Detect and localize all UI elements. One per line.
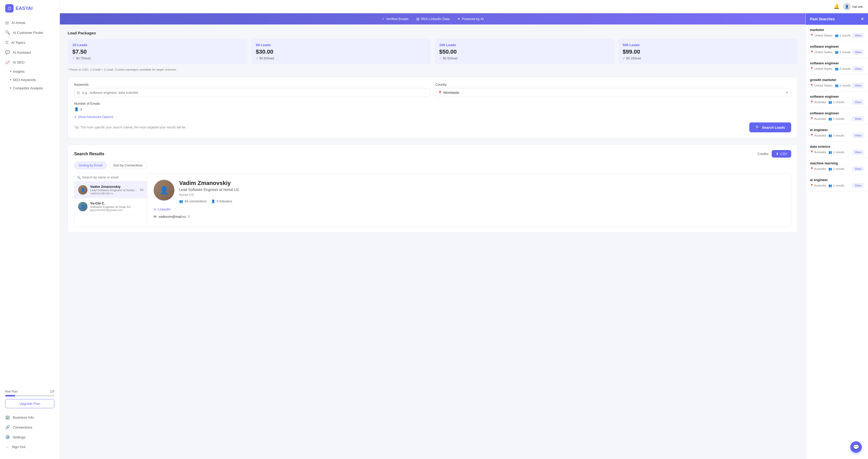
package-price: $7.50: [72, 49, 243, 55]
package-10[interactable]: 10 Leads $7.50 ✓ $0.75/lead: [68, 39, 248, 64]
check-icon: ✓: [256, 57, 258, 60]
past-search-view-button[interactable]: View: [852, 50, 864, 55]
download-icon: ⬇: [776, 152, 779, 156]
nav-label: Business Info: [13, 415, 34, 420]
main: 🔔 👤 hal are ✓ Verified Emails ▤ Rich Lin…: [60, 0, 868, 459]
lead-title-1: Lead Software Engineer at Nortal US: [90, 189, 137, 192]
linkedin-link[interactable]: in LinkedIn: [154, 207, 170, 211]
nav-sub-insights[interactable]: Insights: [0, 67, 60, 76]
search-btn-label: Search Leads: [762, 125, 785, 130]
search-icon: 🔍: [755, 125, 760, 130]
nav-item-ai-article[interactable]: ▤ AI Article: [0, 18, 60, 28]
lead-item-1[interactable]: 👤 Vadim Zmanovskiy Lead Software Enginee…: [74, 181, 147, 198]
emails-label: Number of Emails: [74, 102, 791, 106]
past-search-query: ai engineer: [810, 128, 864, 132]
nav-item-ai-seo[interactable]: 📈 AI SEO: [0, 57, 60, 67]
past-search-item-4: software engineer 📍 Australia 👥 1 result…: [806, 91, 868, 108]
lead-item-2[interactable]: 👤 Yu-Chi C. Software Engineer at Snap In…: [74, 198, 147, 215]
link-icon: 🔗: [5, 425, 10, 430]
past-search-info: 📍 United States 👥 1 results: [810, 50, 851, 54]
keywords-input[interactable]: [74, 88, 430, 97]
past-search-view-button[interactable]: View: [852, 83, 864, 88]
copy-icon[interactable]: ⧉: [188, 214, 190, 219]
country-label: Country: [435, 83, 791, 86]
past-search-item-7: data science 📍 Australia 👥 1 results Vie…: [806, 141, 868, 158]
sort-by-connections-tab[interactable]: Sort by Connections: [109, 162, 147, 169]
package-50[interactable]: 50 Leads $30.00 ✓ $0.60/lead: [251, 39, 431, 64]
ai-article-icon: ▤: [5, 20, 9, 25]
past-search-view-button[interactable]: View: [852, 66, 864, 71]
past-search-item-6: ai engineer 📍 Australia 👥 1 results View: [806, 125, 868, 141]
detail-followers: 👤 0 followers: [211, 199, 232, 203]
content-area: ✓ Verified Emails ▤ Rich LinkedIn Data ✦…: [60, 13, 868, 459]
package-name: 50 Leads: [256, 43, 427, 47]
package-100[interactable]: 100 Leads $50.00 ✓ $0.50/lead: [435, 39, 614, 64]
past-search-view-button[interactable]: View: [852, 116, 864, 121]
user-avatar: 👤: [843, 3, 851, 10]
detail-connections: 👥 84 connections: [179, 199, 207, 203]
package-name: 500 Leads: [623, 43, 793, 47]
package-per: ✓ $0.19/lead: [623, 57, 793, 60]
nav-label: Settings: [13, 435, 26, 439]
notification-icon[interactable]: 🔔: [834, 4, 839, 9]
sub-label: Competitor Analysis: [13, 86, 43, 90]
lead-avatar-1: 👤: [78, 185, 88, 195]
logo[interactable]: ⬡ EASYAI: [0, 4, 60, 18]
credits-area: Credits: ⬇ CSV: [757, 150, 792, 157]
upgrade-button[interactable]: Upgrade Plan: [5, 399, 54, 408]
location-icon: 📍: [438, 91, 442, 94]
package-price: $50.00: [439, 49, 610, 55]
past-search-view-button[interactable]: View: [852, 99, 864, 105]
csv-button[interactable]: ⬇ CSV: [772, 150, 791, 157]
past-search-results: 👥 2 results: [835, 67, 851, 70]
nav-item-sign-out[interactable]: → Sign Out: [0, 442, 60, 452]
keywords-group: Keywords ▤: [74, 83, 430, 97]
past-search-query: machine learning: [810, 161, 864, 165]
chat-button[interactable]: 💬: [850, 441, 862, 453]
past-search-results: 👥 1 results: [829, 184, 844, 187]
advanced-toggle[interactable]: ∨ Show Advanced Options: [74, 115, 791, 119]
nav-label: AI Topics: [11, 40, 26, 45]
banner-text: Verified Emails: [386, 17, 408, 21]
sort-by-email-tab[interactable]: Sorting by Email: [74, 162, 107, 169]
past-search-results: 👥 1 results: [829, 167, 844, 171]
tip-row: Tip: The more specific your search crite…: [74, 122, 791, 132]
nav-item-business-info[interactable]: 🏢 Business Info: [0, 412, 60, 422]
past-search-view-button[interactable]: View: [852, 183, 864, 188]
past-searches-sidebar: Past Searches ✕ marketer 📍 United States…: [806, 13, 868, 459]
nav-sub-seo-keywords[interactable]: SEO Keywords: [0, 76, 60, 84]
detail-top: 👤 Vadim Zmanovskiy Lead Software Enginee…: [154, 180, 785, 203]
search-list-input[interactable]: [74, 173, 147, 181]
emails-value: 1: [80, 107, 82, 111]
past-search-view-button[interactable]: View: [852, 166, 864, 171]
nav-item-settings[interactable]: ⚙️ Settings: [0, 432, 60, 442]
past-search-view-button[interactable]: View: [852, 149, 864, 155]
nav-item-ai-assistant[interactable]: 💬 AI Assistant: [0, 48, 60, 57]
past-search-meta: 📍 Australia 👥 1 results View: [810, 133, 864, 138]
nav-item-ai-customer-finder[interactable]: 🔍 AI Customer Finder: [0, 28, 60, 37]
user-menu[interactable]: 👤 hal are: [843, 3, 863, 10]
nav-item-ai-topics[interactable]: ☰ AI Topics: [0, 37, 60, 48]
past-search-info: 📍 Australia 👥 1 results: [810, 150, 844, 154]
past-search-item-9: ai engineer 📍 Australia 👥 1 results View: [806, 175, 868, 192]
past-search-query: marketer: [810, 28, 864, 32]
nav-item-connections[interactable]: 🔗 Connections: [0, 422, 60, 432]
search-leads-button[interactable]: 🔍 Search Leads: [749, 122, 791, 132]
nav-sub-competitor-analysis[interactable]: Competitor Analysis: [0, 84, 60, 92]
past-search-meta: 📍 United States 👥 1 results View: [810, 83, 864, 88]
detail-avatar: 👤: [154, 180, 175, 201]
past-search-location: 📍 Australia: [810, 167, 826, 171]
past-searches-header: Past Searches ✕: [806, 13, 868, 25]
close-icon[interactable]: ✕: [861, 17, 864, 21]
package-500[interactable]: 500 Leads $99.00 ✓ $0.19/lead: [618, 39, 798, 64]
past-search-view-button[interactable]: View: [852, 33, 864, 38]
banner-item-emails: ✓ Verified Emails: [382, 17, 408, 21]
detail-company: Nortal US: [179, 193, 239, 197]
past-search-query: ai engineer: [810, 178, 864, 182]
plan-section: free Plan 1/5 Upgrade Plan: [0, 387, 60, 412]
past-search-view-button[interactable]: View: [852, 133, 864, 138]
past-search-info: 📍 Australia 👥 1 results: [810, 167, 844, 171]
package-price: $30.00: [256, 49, 427, 55]
country-select[interactable]: Worldwide: [435, 88, 791, 97]
signout-icon: →: [5, 445, 9, 449]
